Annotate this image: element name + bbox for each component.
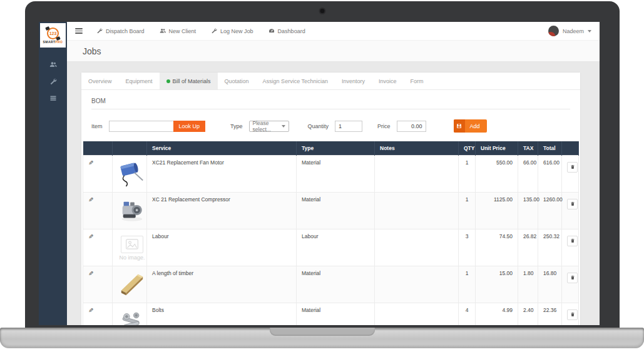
nav-item-label: Dashboard bbox=[278, 28, 305, 34]
laptop-screen: 123 SMARTPRO Dispatch Board New Client L… bbox=[25, 1, 620, 328]
product-image-timber bbox=[118, 270, 146, 299]
delete-row-button[interactable] bbox=[567, 309, 578, 320]
column-header: Type bbox=[297, 141, 375, 155]
nav-links: Dispatch Board New Client Log New Job Da… bbox=[96, 28, 305, 35]
top-navbar: Dispatch Board New Client Log New Job Da… bbox=[67, 22, 600, 41]
tab[interactable]: Quotation bbox=[218, 73, 256, 89]
edit-row-button[interactable]: ✎ bbox=[88, 196, 93, 203]
bom-section: BOM Item Look Up Type Please select... bbox=[81, 90, 580, 325]
dashboard-icon bbox=[268, 28, 275, 35]
service-cell: XC21 Replacement Fan Motor bbox=[147, 155, 297, 192]
nav-item-label: New Client bbox=[169, 28, 197, 34]
tab-label: Inventory bbox=[342, 78, 365, 84]
qty-cell: 1 bbox=[459, 266, 476, 303]
tab[interactable]: Inventory bbox=[335, 73, 372, 89]
notes-cell bbox=[375, 155, 459, 192]
column-header: QTY bbox=[459, 141, 476, 155]
column-header: Service bbox=[147, 141, 297, 155]
edit-row-button[interactable]: ✎ bbox=[88, 233, 93, 240]
quantity-input[interactable] bbox=[335, 121, 362, 132]
tab[interactable]: Form bbox=[404, 73, 431, 89]
notes-cell bbox=[375, 192, 459, 229]
delete-row-button[interactable] bbox=[567, 273, 578, 283]
unit-price-cell: 550.00 bbox=[476, 155, 518, 192]
qty-cell: 3 bbox=[459, 229, 476, 266]
column-header bbox=[562, 141, 579, 155]
edit-row-button[interactable]: ✎ bbox=[88, 159, 93, 166]
delete-row-button[interactable] bbox=[567, 162, 578, 173]
active-tab-dot-icon bbox=[166, 79, 170, 83]
edit-row-button[interactable]: ✎ bbox=[88, 307, 93, 314]
notes-cell bbox=[375, 303, 459, 325]
wrench-icon bbox=[211, 28, 217, 35]
page-content: Overview Equipment Bill of Materials Quo… bbox=[67, 62, 600, 325]
item-input[interactable] bbox=[109, 121, 173, 132]
wrench-icon[interactable] bbox=[49, 77, 57, 85]
bom-heading: BOM bbox=[91, 98, 570, 109]
logo-gear-badge: 123 bbox=[47, 28, 59, 39]
type-cell: Material bbox=[297, 192, 375, 229]
column-header: Unit Price bbox=[476, 141, 518, 155]
bom-table: Service Type Notes QTY Unit Price TAX To… bbox=[83, 141, 579, 325]
delete-row-button[interactable] bbox=[567, 236, 578, 246]
tab[interactable]: Assign Service Technician bbox=[256, 73, 335, 89]
edit-row-button[interactable]: ✎ bbox=[88, 270, 93, 277]
nav-item[interactable]: Dispatch Board bbox=[96, 28, 145, 35]
price-input[interactable] bbox=[397, 121, 426, 132]
type-cell: Labour bbox=[297, 229, 375, 266]
type-select[interactable]: Please select... bbox=[249, 121, 289, 132]
tab-label: Quotation bbox=[225, 78, 249, 84]
pencil-icon: ✎ bbox=[88, 233, 93, 240]
tab-label: Invoice bbox=[379, 78, 397, 84]
chevron-down-icon bbox=[282, 125, 285, 128]
list-icon[interactable] bbox=[49, 94, 57, 102]
sidebar-nav bbox=[49, 60, 57, 102]
product-image-compressor bbox=[118, 196, 146, 225]
tab-label: Assign Service Technician bbox=[263, 78, 328, 84]
notes-cell bbox=[375, 229, 459, 266]
page-title: Jobs bbox=[83, 46, 101, 56]
nav-item[interactable]: Dashboard bbox=[268, 28, 305, 35]
qty-cell: 4 bbox=[459, 303, 476, 325]
logo-wordmark: SMARTPRO bbox=[43, 40, 63, 44]
menu-toggle-icon[interactable] bbox=[75, 28, 83, 34]
users-icon[interactable] bbox=[49, 60, 57, 68]
table-body: ✎ XC21 Replacement Fan Motor Material 1 … bbox=[83, 155, 579, 325]
column-header: Total bbox=[538, 141, 562, 155]
avatar bbox=[548, 26, 559, 36]
column-header bbox=[113, 141, 147, 155]
product-image-fan-motor bbox=[118, 159, 146, 188]
delete-row-button[interactable] bbox=[567, 199, 578, 209]
table-row: ✎ XC 21 Replacement Compressor Material … bbox=[83, 192, 579, 229]
smartpro-logo[interactable]: 123 SMARTPRO bbox=[40, 23, 66, 48]
nav-item[interactable]: Log New Job bbox=[211, 28, 253, 35]
unit-price-cell: 74.50 bbox=[476, 229, 518, 266]
type-cell: Material bbox=[297, 155, 375, 192]
unit-price-cell: 15.00 bbox=[476, 266, 518, 303]
logo-number: 123 bbox=[49, 31, 57, 36]
pencil-icon: ✎ bbox=[88, 270, 93, 277]
nav-item[interactable]: New Client bbox=[160, 28, 197, 35]
total-cell: 616.00 bbox=[538, 155, 562, 192]
table-row: ✎ A length of timber Material 1 15.00 1.… bbox=[83, 266, 579, 303]
trash-icon bbox=[570, 201, 575, 206]
tab-label: Equipment bbox=[126, 78, 153, 84]
add-button[interactable]: Add bbox=[454, 119, 487, 133]
app-window: 123 SMARTPRO Dispatch Board New Client L… bbox=[39, 22, 600, 325]
service-cell: XC 21 Replacement Compressor bbox=[147, 192, 297, 229]
tab[interactable]: Equipment bbox=[119, 73, 160, 89]
lookup-button[interactable]: Look Up bbox=[173, 121, 206, 132]
trash-icon bbox=[570, 312, 575, 317]
user-menu[interactable]: Nadeem bbox=[548, 26, 591, 36]
unit-price-cell: 1125.00 bbox=[476, 192, 518, 229]
page-header: Jobs bbox=[67, 41, 600, 62]
tab-label: Overview bbox=[88, 78, 112, 84]
tax-cell: 1.80 bbox=[518, 266, 538, 303]
tax-cell: 26.82 bbox=[518, 229, 538, 266]
tab[interactable]: Bill of Materials bbox=[160, 73, 218, 89]
tab[interactable]: Overview bbox=[81, 73, 119, 89]
nav-item-label: Dispatch Board bbox=[106, 28, 145, 34]
column-header bbox=[83, 141, 113, 155]
tab[interactable]: Invoice bbox=[372, 73, 404, 89]
total-cell: 250.32 bbox=[538, 229, 562, 266]
